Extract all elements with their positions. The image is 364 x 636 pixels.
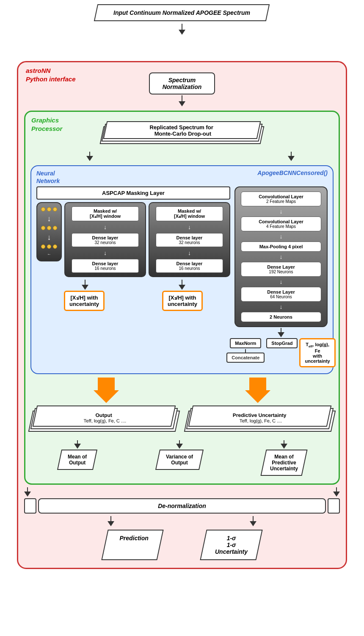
pred-unc-stack: Predictive Uncertainty Teff, log(g), Fe,… <box>186 405 334 436</box>
denorm-row: De-normalization <box>24 498 340 514</box>
dot <box>47 226 51 230</box>
output-stack: Output Teff, log(g), Fe, C .... <box>30 405 178 436</box>
mean-output-label: Mean ofOutput <box>68 454 87 466</box>
output-x1-label: [X₁/H] withuncertainty <box>69 294 99 307</box>
concatenate-box: Concatenate <box>226 353 265 363</box>
prediction-shape: Prediction <box>102 530 164 560</box>
mean-pred-unc-label: Mean ofPredictiveUncertainty <box>270 454 298 472</box>
output-stack-label: Output Teff, log(g), Fe, C .... <box>82 412 127 423</box>
left-orange-arrow <box>94 378 119 403</box>
big-arrow-row <box>30 378 334 403</box>
mean-output-shape: Mean ofOutput <box>57 450 98 470</box>
final-arrows <box>40 515 324 527</box>
dot <box>47 244 51 249</box>
right-orange-arrow <box>245 378 270 403</box>
stopgrad-box: StopGrad <box>266 338 298 348</box>
dense-layer-192: Dense Layer 192 Neurons <box>241 262 321 277</box>
dot <box>41 207 45 211</box>
replicated-stack: Replicated Spectrum forMonte-Carlo Drop-… <box>102 119 262 149</box>
masked-x1-dense2: Dense layer 16 neurons <box>72 259 139 273</box>
aspcap-cols: ↓ ↓ <box>36 202 230 277</box>
aspcap-box: ASPCAP Masking Layer <box>36 186 230 200</box>
left-arrows: ← <box>47 252 51 256</box>
arrow-symbol: ↓ <box>47 233 51 241</box>
aspcap-col: ASPCAP Masking Layer ↓ <box>36 186 230 367</box>
output-x2-box: [X₂/H] withuncertainty <box>162 291 203 311</box>
spec-norm-box: Spectrum Normalization <box>149 72 215 94</box>
spec-norm-label: Spectrum <box>163 77 202 83</box>
maxnorm-box: MaxNorm <box>230 338 261 348</box>
masked-x1-col: Masked w/[X₁/H] window ↓ Dense layer 32 … <box>64 202 146 277</box>
arrow-2 <box>179 95 185 106</box>
concat-row: MaxNorm Concatenate StopGrad <box>234 338 328 367</box>
masked-x1-window: Masked w/[X₁/H] window <box>72 206 139 221</box>
conv-box: Convolutional Layer 2 Feature Maps ↓ Con… <box>234 186 328 327</box>
output-teff-label: Teff, log(g), Fewith uncertainty <box>305 342 330 364</box>
uncertainty-label: 1-σ1-σUncertainty <box>215 535 248 555</box>
masked-x1-box: Masked w/[X₁/H] window ↓ Dense layer 32 … <box>64 202 146 277</box>
var-output-label: Variance ofOutput <box>166 454 193 466</box>
main-diagram: Input Continuum Normalized APOGEE Spectr… <box>8 4 356 569</box>
dot <box>47 207 51 211</box>
maxpool-layer: Max-Pooling 4 pixel <box>241 242 321 252</box>
masked-x2-window: Masked w/[X₂/H] window <box>156 206 223 221</box>
input-shape: Input Continuum Normalized APOGEE Spectr… <box>96 4 268 21</box>
arrow-symbol: ↓ <box>47 215 51 222</box>
concat-label: Concatenate <box>226 349 265 363</box>
astronn-box: astroNN Python interface Spectrum Normal… <box>17 61 347 569</box>
mean-output-col: Mean ofOutput <box>59 439 95 470</box>
nn-box: Neural Network ApogeeBCNNCensored() ASPC… <box>30 165 334 374</box>
vline <box>182 24 182 30</box>
stacked-output-row: Output Teff, log(g), Fe, C .... Predicti… <box>30 405 334 436</box>
var-output-shape: Variance ofOutput <box>155 450 204 470</box>
denorm-right-rect <box>328 498 340 514</box>
denorm-arrows <box>24 486 340 497</box>
dense-layer-64: Dense Layer 64 Neurons <box>241 287 321 302</box>
output-x1-box: [X₁/H] withuncertainty <box>64 291 105 311</box>
left-output-arrows <box>36 279 230 291</box>
input-label: Input Continuum Normalized APOGEE Spectr… <box>113 9 250 16</box>
mean-pred-unc-shape: Mean ofPredictiveUncertainty <box>260 450 307 476</box>
gpu-box: Graphics Processor Replicated Spectrum f… <box>24 111 340 485</box>
pred-unc-stack-label: Predictive Uncertainty Teff, log(g), Fe,… <box>232 412 288 423</box>
neuron-col: ↓ ↓ <box>36 202 62 261</box>
mean-pred-unc-col: Mean ofPredictiveUncertainty <box>263 439 305 476</box>
left-output-row: [X₁/H] withuncertainty [X₂/H] withuncert… <box>36 291 230 311</box>
masked-x2-col: Masked w/[X₂/H] window ↓ Dense layer 32 … <box>149 202 230 277</box>
output-teff-box: Teff, log(g), Fewith uncertainty <box>299 338 335 367</box>
nn-label: Neural Network <box>36 169 60 185</box>
nn-main-row: ASPCAP Masking Layer ↓ <box>36 186 328 367</box>
dot <box>53 244 57 249</box>
mean-var-row: Mean ofOutput Variance ofOutput <box>30 439 334 476</box>
gpu-label: Graphics Processor <box>31 116 62 133</box>
arrowhead <box>179 30 185 35</box>
conv-col: Convolutional Layer 2 Feature Maps ↓ Con… <box>234 186 328 367</box>
spec-norm-container: Spectrum Normalization <box>149 72 215 94</box>
denorm-box: De-normalization <box>38 498 326 514</box>
masked-x2-box: Masked w/[X₂/H] window ↓ Dense layer 32 … <box>149 202 230 277</box>
prediction-label: Prediction <box>120 535 149 542</box>
output-x2-label: [X₂/H] withuncertainty <box>168 294 197 307</box>
neurons-2: 2 Neurons <box>241 312 321 322</box>
dot <box>53 207 57 211</box>
conv-layer-1: Convolutional Layer 2 Feature Maps <box>241 192 321 206</box>
final-row: Prediction 1-σ1-σUncertainty <box>105 530 259 560</box>
replicated-label: Replicated Spectrum forMonte-Carlo Drop-… <box>149 124 215 137</box>
astronn-label: astroNN Python interface <box>26 67 76 83</box>
dot <box>41 244 45 249</box>
denorm-left-rect <box>24 498 36 514</box>
masked-x1-dense1: Dense layer 32 neurons <box>72 233 139 247</box>
conv-layer-2: Convolutional Layer 4 Feature Maps <box>241 217 321 231</box>
masked-x2-dense2: Dense layer 16 neurons <box>156 259 223 273</box>
dot <box>53 226 57 230</box>
dot <box>41 226 45 230</box>
split-arrows <box>30 151 334 162</box>
var-output-col: Variance ofOutput <box>157 439 201 470</box>
nn-class-label: ApogeeBCNNCensored() <box>257 169 328 176</box>
arrow-1 <box>179 24 185 35</box>
denorm-label: De-normalization <box>158 503 206 509</box>
uncertainty-shape: 1-σ1-σUncertainty <box>200 530 262 560</box>
spec-norm-label2: Normalization <box>163 83 202 90</box>
masked-x2-dense1: Dense layer 32 neurons <box>156 233 223 247</box>
